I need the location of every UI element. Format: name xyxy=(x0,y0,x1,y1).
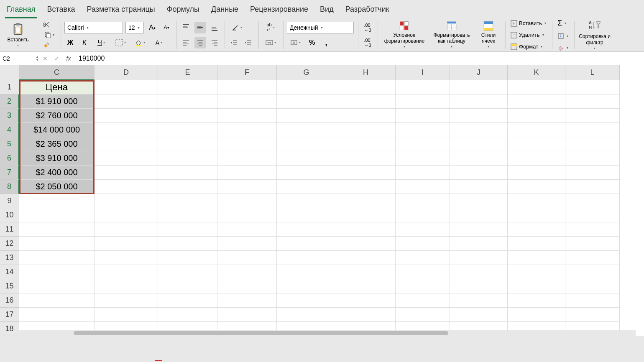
cell-I15[interactable] xyxy=(396,279,450,293)
border-button[interactable] xyxy=(112,37,129,48)
cell-E11[interactable] xyxy=(158,222,217,237)
tab-рецензирование[interactable]: Рецензирование xyxy=(248,3,310,18)
cell-I13[interactable] xyxy=(396,251,450,265)
cell-F9[interactable] xyxy=(217,194,277,208)
row-header-13[interactable]: 13 xyxy=(0,251,19,265)
cell-D5[interactable] xyxy=(95,137,158,151)
cell-I6[interactable] xyxy=(396,151,450,166)
cell-D4[interactable] xyxy=(95,123,158,137)
row-header-15[interactable]: 15 xyxy=(0,279,19,293)
merge-button[interactable] xyxy=(262,37,279,48)
cell-D6[interactable] xyxy=(95,151,158,166)
cell-F3[interactable] xyxy=(217,109,277,123)
cell-I14[interactable] xyxy=(396,265,450,279)
orientation-button[interactable]: ab xyxy=(228,22,245,33)
cell-H7[interactable] xyxy=(336,166,396,180)
scroll-thumb[interactable] xyxy=(74,331,448,335)
cell-K14[interactable] xyxy=(508,265,565,279)
cell-J15[interactable] xyxy=(450,279,508,293)
cell-L4[interactable] xyxy=(565,123,620,137)
align-top-button[interactable] xyxy=(180,22,192,33)
cell-E16[interactable] xyxy=(158,293,217,308)
cell-C4[interactable]: $14 000 000 xyxy=(19,123,95,137)
align-right-button[interactable] xyxy=(209,37,220,48)
cell-E14[interactable] xyxy=(158,265,217,279)
copy-button[interactable] xyxy=(41,31,57,38)
name-box[interactable]: C2 ▴▾ xyxy=(0,52,39,65)
insert-row-button[interactable]: +Вставить xyxy=(509,19,548,28)
cell-F1[interactable] xyxy=(217,80,277,94)
cell-L6[interactable] xyxy=(565,151,620,166)
cell-K5[interactable] xyxy=(508,137,565,151)
tab-главная[interactable]: Главная xyxy=(5,3,37,18)
align-bottom-button[interactable] xyxy=(209,22,220,33)
cell-C10[interactable] xyxy=(19,208,95,222)
cell-C14[interactable] xyxy=(19,265,95,279)
row-header-5[interactable]: 5 xyxy=(0,137,19,151)
paste-button[interactable]: Вставить xyxy=(3,23,33,48)
bold-button[interactable]: Ж xyxy=(64,37,76,48)
row-header-18[interactable]: 18 xyxy=(0,322,19,336)
cell-K8[interactable] xyxy=(508,180,565,194)
row-header-17[interactable]: 17 xyxy=(0,308,19,322)
cell-I1[interactable] xyxy=(396,80,450,94)
cell-K10[interactable] xyxy=(508,208,565,222)
cell-E15[interactable] xyxy=(158,279,217,293)
align-middle-button[interactable] xyxy=(194,22,206,33)
row-header-6[interactable]: 6 xyxy=(0,151,19,166)
row-header-16[interactable]: 16 xyxy=(0,293,19,308)
row-header-14[interactable]: 14 xyxy=(0,265,19,279)
cell-G5[interactable] xyxy=(277,137,336,151)
cell-C5[interactable]: $2 365 000 xyxy=(19,137,95,151)
cell-C16[interactable] xyxy=(19,293,95,308)
accept-formula-button[interactable]: ✓ xyxy=(51,52,63,65)
row-header-9[interactable]: 9 xyxy=(0,194,19,208)
percent-button[interactable]: % xyxy=(306,37,318,48)
cell-I16[interactable] xyxy=(396,293,450,308)
col-header-F[interactable]: F xyxy=(217,65,277,80)
cell-H10[interactable] xyxy=(336,208,396,222)
cell-L2[interactable] xyxy=(565,94,620,109)
cell-J7[interactable] xyxy=(450,166,508,180)
cell-G12[interactable] xyxy=(277,237,336,251)
cell-L16[interactable] xyxy=(565,293,620,308)
cell-H16[interactable] xyxy=(336,293,396,308)
cell-L5[interactable] xyxy=(565,137,620,151)
cell-H4[interactable] xyxy=(336,123,396,137)
cell-K11[interactable] xyxy=(508,222,565,237)
col-header-C[interactable]: C xyxy=(19,65,95,80)
cell-F14[interactable] xyxy=(217,265,277,279)
underline-button[interactable]: Ч xyxy=(93,37,110,48)
cell-D3[interactable] xyxy=(95,109,158,123)
cell-G3[interactable] xyxy=(277,109,336,123)
cell-G2[interactable] xyxy=(277,94,336,109)
format-painter-button[interactable] xyxy=(41,41,52,49)
cell-H12[interactable] xyxy=(336,237,396,251)
cell-I2[interactable] xyxy=(396,94,450,109)
format-cells-button[interactable]: Формат xyxy=(509,43,548,51)
cell-K16[interactable] xyxy=(508,293,565,308)
wrap-text-button[interactable]: ab↵ xyxy=(262,22,279,33)
row-header-1[interactable]: 1 xyxy=(0,80,19,94)
cancel-formula-button[interactable]: ✕ xyxy=(39,52,51,65)
cell-E7[interactable] xyxy=(158,166,217,180)
row-header-4[interactable]: 4 xyxy=(0,123,19,137)
cell-H9[interactable] xyxy=(336,194,396,208)
cell-L14[interactable] xyxy=(565,265,620,279)
decrease-decimal-button[interactable]: .00→0 xyxy=(362,37,373,48)
cell-D8[interactable] xyxy=(95,180,158,194)
cell-G10[interactable] xyxy=(277,208,336,222)
cell-H6[interactable] xyxy=(336,151,396,166)
cell-L15[interactable] xyxy=(565,279,620,293)
delete-row-button[interactable]: −Удалить xyxy=(509,31,548,39)
cell-J11[interactable] xyxy=(450,222,508,237)
cell-L13[interactable] xyxy=(565,251,620,265)
cell-H8[interactable] xyxy=(336,180,396,194)
cell-D16[interactable] xyxy=(95,293,158,308)
cell-I17[interactable] xyxy=(396,308,450,322)
cell-G15[interactable] xyxy=(277,279,336,293)
cell-I12[interactable] xyxy=(396,237,450,251)
decrease-font-button[interactable]: A▾ xyxy=(161,22,172,33)
align-left-button[interactable] xyxy=(180,37,192,48)
tab-формулы[interactable]: Формулы xyxy=(165,3,201,18)
